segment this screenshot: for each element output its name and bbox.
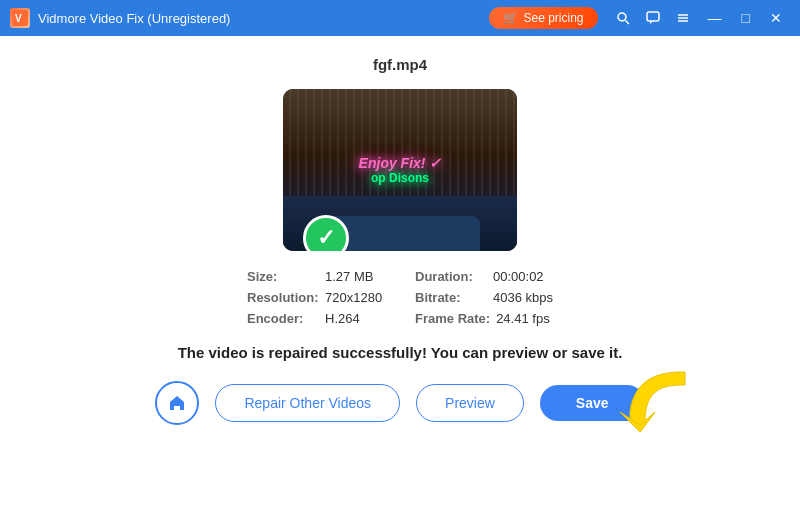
duration-value: 00:00:02 <box>493 269 544 284</box>
neon-line2: op Disons <box>359 171 442 185</box>
check-icon: ✓ <box>317 225 335 251</box>
title-bar: V Vidmore Video Fix (Unregistered) 🛒 See… <box>0 0 800 36</box>
preview-button[interactable]: Preview <box>416 384 524 422</box>
info-row-size: Size: 1.27 MB <box>247 269 385 284</box>
svg-rect-4 <box>647 12 659 21</box>
info-row-resolution: Resolution: 720x1280 <box>247 290 385 305</box>
neon-sign: Enjoy Fix! ✓ op Disons <box>359 155 442 185</box>
encoder-value: H.264 <box>325 311 360 326</box>
action-buttons-row: Repair Other Videos Preview Save <box>155 381 644 425</box>
duration-label: Duration: <box>415 269 487 284</box>
info-row-bitrate: Bitrate: 4036 kbps <box>415 290 553 305</box>
bitrate-label: Bitrate: <box>415 290 487 305</box>
save-button-container: Save <box>540 385 645 421</box>
encoder-label: Encoder: <box>247 311 319 326</box>
file-name: fgf.mp4 <box>373 56 427 73</box>
app-logo: V <box>10 8 30 28</box>
window-controls: — □ ✕ <box>610 6 790 30</box>
app-title: Vidmore Video Fix (Unregistered) <box>38 11 489 26</box>
pricing-label: See pricing <box>523 11 583 25</box>
info-row-duration: Duration: 00:00:02 <box>415 269 553 284</box>
bitrate-value: 4036 kbps <box>493 290 553 305</box>
minimize-button[interactable]: — <box>700 6 730 30</box>
video-thumbnail-container: Enjoy Fix! ✓ op Disons ✓ <box>283 89 517 251</box>
cart-icon: 🛒 <box>503 11 518 25</box>
info-row-framerate: Frame Rate: 24.41 fps <box>415 311 553 326</box>
home-button[interactable] <box>155 381 199 425</box>
repair-other-videos-button[interactable]: Repair Other Videos <box>215 384 400 422</box>
info-row-encoder: Encoder: H.264 <box>247 311 385 326</box>
resolution-value: 720x1280 <box>325 290 382 305</box>
size-value: 1.27 MB <box>325 269 373 284</box>
chat-icon-button[interactable] <box>640 7 666 29</box>
menu-icon-button[interactable] <box>670 7 696 29</box>
size-label: Size: <box>247 269 319 284</box>
arrow-indicator <box>615 367 705 451</box>
svg-point-2 <box>618 13 626 21</box>
see-pricing-button[interactable]: 🛒 See pricing <box>489 7 597 29</box>
framerate-label: Frame Rate: <box>415 311 490 326</box>
resolution-label: Resolution: <box>247 290 319 305</box>
maximize-button[interactable]: □ <box>734 6 758 30</box>
svg-line-3 <box>625 21 629 25</box>
file-info-grid: Size: 1.27 MB Duration: 00:00:02 Resolut… <box>247 269 553 326</box>
framerate-value: 24.41 fps <box>496 311 550 326</box>
neon-line1: Enjoy Fix! ✓ <box>359 155 442 171</box>
search-icon-button[interactable] <box>610 7 636 29</box>
main-content: fgf.mp4 Enjoy Fix! ✓ op Disons ✓ Size: 1… <box>0 36 800 515</box>
close-button[interactable]: ✕ <box>762 6 790 30</box>
success-message: The video is repaired successfully! You … <box>178 344 623 361</box>
svg-text:V: V <box>15 13 22 24</box>
